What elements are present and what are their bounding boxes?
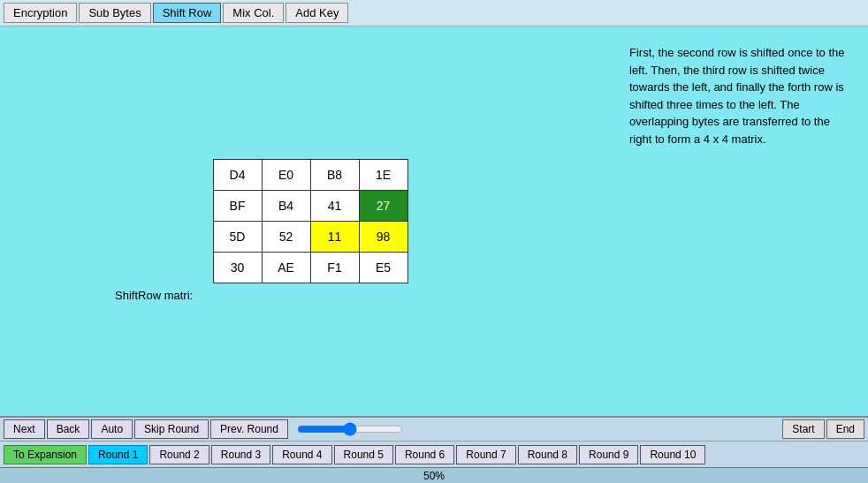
to-expansion-button[interactable]: To Expansion bbox=[4, 445, 87, 464]
table-row: 5D 52 11 98 bbox=[213, 221, 407, 252]
round-5-button[interactable]: Round 5 bbox=[334, 445, 393, 464]
cell-r3c0: 30 bbox=[213, 252, 262, 283]
round-4-button[interactable]: Round 4 bbox=[272, 445, 331, 464]
nav-row2: To Expansion Round 1 Round 2 Round 3 Rou… bbox=[0, 441, 868, 467]
round-2-button[interactable]: Round 2 bbox=[149, 445, 209, 464]
cell-r2c0: 5D bbox=[213, 221, 262, 252]
bottom-navigation: Next Back Auto Skip Round Prev. Round St… bbox=[0, 416, 868, 467]
skip-round-button[interactable]: Skip Round bbox=[134, 419, 209, 439]
round-10-button[interactable]: Round 10 bbox=[640, 445, 705, 464]
status-text: 50% bbox=[423, 470, 445, 482]
cell-r3c3: E5 bbox=[359, 252, 407, 283]
tab-bar: Encryption Sub Bytes Shift Row Mix Col. … bbox=[0, 0, 868, 26]
slider-area bbox=[290, 422, 542, 436]
cell-r0c0: D4 bbox=[213, 159, 262, 190]
cell-r1c3: 27 bbox=[359, 190, 407, 221]
description-text: First, the second row is shifted once to… bbox=[629, 44, 855, 147]
round-3-button[interactable]: Round 3 bbox=[211, 445, 270, 464]
cell-r3c2: F1 bbox=[310, 252, 359, 283]
main-content: D4 E0 B8 1E BF B4 41 27 5D 52 11 98 30 A… bbox=[0, 26, 868, 416]
table-row: BF B4 41 27 bbox=[213, 190, 407, 221]
cell-r0c1: E0 bbox=[262, 159, 310, 190]
end-button[interactable]: End bbox=[826, 419, 864, 439]
round-7-button[interactable]: Round 7 bbox=[456, 445, 515, 464]
cell-r1c1: B4 bbox=[262, 190, 310, 221]
shift-row-matrix: D4 E0 B8 1E BF B4 41 27 5D 52 11 98 30 A… bbox=[213, 159, 408, 283]
matrix-label: ShiftRow matri: bbox=[115, 289, 193, 302]
round-6-button[interactable]: Round 6 bbox=[395, 445, 454, 464]
auto-button[interactable]: Auto bbox=[91, 419, 133, 439]
cell-r1c0: BF bbox=[213, 190, 262, 221]
tab-shift-row[interactable]: Shift Row bbox=[153, 3, 222, 23]
round-1-button[interactable]: Round 1 bbox=[88, 445, 148, 464]
description-area: First, the second row is shifted once to… bbox=[621, 26, 868, 416]
tab-encryption[interactable]: Encryption bbox=[4, 3, 77, 23]
matrix-area: D4 E0 B8 1E BF B4 41 27 5D 52 11 98 30 A… bbox=[0, 26, 621, 416]
progress-slider[interactable] bbox=[297, 422, 403, 436]
round-8-button[interactable]: Round 8 bbox=[518, 445, 577, 464]
next-button[interactable]: Next bbox=[4, 419, 45, 439]
cell-r0c2: B8 bbox=[310, 159, 359, 190]
cell-r2c2: 11 bbox=[310, 221, 359, 252]
cell-r2c1: 52 bbox=[262, 221, 310, 252]
cell-r0c3: 1E bbox=[359, 159, 407, 190]
back-button[interactable]: Back bbox=[47, 419, 90, 439]
cell-r2c3: 98 bbox=[359, 221, 407, 252]
start-button[interactable]: Start bbox=[782, 419, 824, 439]
tab-sub-bytes[interactable]: Sub Bytes bbox=[79, 3, 150, 23]
status-bar: 50% bbox=[0, 467, 868, 483]
tab-add-key[interactable]: Add Key bbox=[286, 3, 348, 23]
cell-r1c2: 41 bbox=[310, 190, 359, 221]
table-row: D4 E0 B8 1E bbox=[213, 159, 407, 190]
round-9-button[interactable]: Round 9 bbox=[579, 445, 638, 464]
nav-row1: Next Back Auto Skip Round Prev. Round St… bbox=[0, 418, 868, 441]
tab-mix-col[interactable]: Mix Col. bbox=[223, 3, 284, 23]
prev-round-button[interactable]: Prev. Round bbox=[210, 419, 288, 439]
cell-r3c1: AE bbox=[262, 252, 310, 283]
table-row: 30 AE F1 E5 bbox=[213, 252, 407, 283]
